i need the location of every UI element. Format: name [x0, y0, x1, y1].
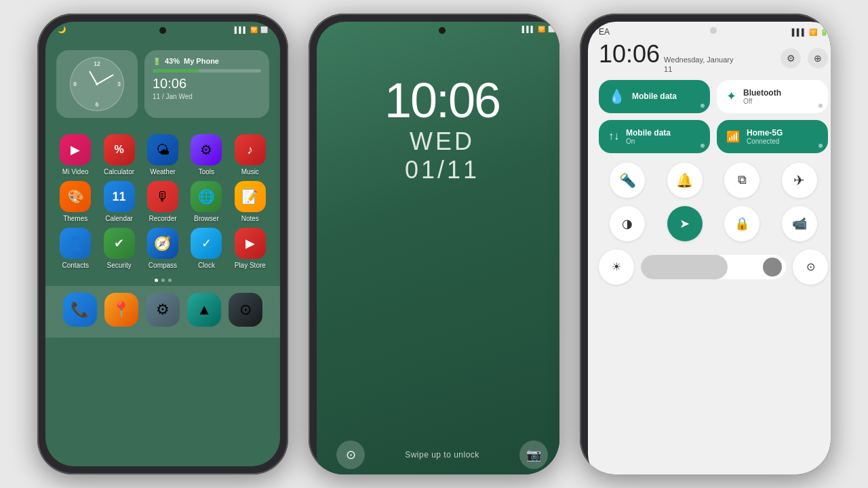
- cc-wifi-icon: 🛜: [809, 28, 817, 36]
- cc-buttons-row-1: 🔦 🔔 ⧉ ✈: [588, 153, 831, 202]
- cc-settings-icon-btn[interactable]: ⚙: [781, 48, 801, 68]
- cc-time-block: 10:06 Wednesday, January 11: [599, 42, 733, 75]
- bluetooth-tile[interactable]: ✦ Bluetooth Off: [717, 80, 828, 113]
- cc-status-icons: ▌▌▌ 🛜 🔋: [792, 28, 828, 36]
- cc-extra-row: ☀ ⊙: [588, 245, 831, 289]
- cc-time-row: 10:06 Wednesday, January 11 ⚙ ⊕: [588, 39, 831, 80]
- cc-date-detail: Wednesday, January 11: [664, 55, 733, 75]
- cc-tiles: 💧 Mobile data ✦ Bluetooth Off ↑↓: [588, 80, 831, 153]
- location-button[interactable]: ➤: [667, 206, 703, 241]
- torch-icon: ⊙: [346, 447, 356, 462]
- lock-day-line1: WED: [410, 127, 475, 156]
- mobile-data-tile-2[interactable]: ↑↓ Mobile data On: [599, 120, 710, 153]
- lock-rotate-button[interactable]: 🔒: [724, 206, 760, 241]
- lock-screen: ▌▌▌ 🛜 ⬜ 10:06 WED 01/11 ⊙ Swipe up to un…: [317, 22, 559, 474]
- cc-status-bar: EA ▌▌▌ 🛜 🔋: [588, 22, 831, 39]
- mobile-data-tile[interactable]: 💧 Mobile data: [599, 80, 710, 113]
- weather-icon: 🌤: [147, 134, 178, 165]
- app-browser[interactable]: 🌐 Browser: [187, 181, 225, 222]
- brightness-icon-btn[interactable]: ☀: [599, 249, 634, 285]
- front-camera: [159, 27, 166, 34]
- video-icon: 📹: [792, 216, 807, 231]
- dark-mode-button[interactable]: ◑: [610, 206, 645, 241]
- app-music[interactable]: ♪ Music: [231, 134, 269, 176]
- video-button[interactable]: 📹: [782, 206, 817, 241]
- app-notes[interactable]: 📝 Notes: [231, 181, 269, 222]
- tools-label: Tools: [199, 168, 214, 176]
- calendar-label: Calendar: [105, 215, 133, 222]
- app-contacts[interactable]: 👤 Contacts: [56, 228, 94, 269]
- browser-icon: 🌐: [191, 181, 222, 212]
- clock-3: 3: [117, 81, 121, 87]
- mobile-data-icon: 💧: [608, 88, 625, 104]
- clock-label: Clock: [198, 262, 215, 269]
- airplane-button[interactable]: ✈: [782, 163, 817, 198]
- control-center-screen: EA ▌▌▌ 🛜 🔋 10:06 Wednesday, January 11 ⚙: [588, 22, 831, 474]
- lock-rotate-icon: 🔒: [734, 216, 749, 231]
- screenshot-button[interactable]: ⧉: [724, 163, 760, 198]
- lock-time: 10:06: [384, 76, 500, 125]
- volume-icon: ⊙: [806, 260, 815, 273]
- notes-icon: 📝: [235, 181, 266, 212]
- wifi-sub: Connected: [747, 138, 783, 145]
- browser-label: Browser: [194, 215, 219, 222]
- flashlight-button[interactable]: 🔦: [610, 163, 645, 198]
- dock-camera[interactable]: ⊙: [229, 293, 262, 327]
- front-camera-3: [710, 27, 717, 34]
- app-play-store[interactable]: ▶ Play Store: [231, 228, 269, 269]
- mobile-data-title: Mobile data: [632, 92, 677, 101]
- cc-cast-icon-btn[interactable]: ⊕: [808, 48, 828, 68]
- mi-video-icon: ▶: [60, 134, 91, 165]
- dock-maps[interactable]: 📍: [104, 293, 138, 327]
- calculator-label: Calculator: [104, 168, 134, 176]
- drive-icon: ▲: [197, 301, 212, 319]
- themes-icon: 🎨: [60, 181, 91, 212]
- phone-label: 43%: [165, 57, 180, 65]
- app-security[interactable]: ✔ Security: [100, 228, 138, 269]
- notification-button[interactable]: 🔔: [667, 163, 703, 198]
- app-tools[interactable]: ⚙ Tools: [187, 134, 225, 176]
- camera-lock-button[interactable]: 📷: [519, 441, 548, 469]
- wifi-tile[interactable]: 📶 Home-5G Connected: [717, 120, 828, 153]
- battery-row: 🔋 43% My Phone: [153, 57, 261, 65]
- app-mi-video[interactable]: ▶ Mi Video: [56, 134, 94, 176]
- mi-video-label: Mi Video: [62, 168, 89, 176]
- cc-battery-icon: 🔋: [820, 28, 828, 36]
- analog-clock-face: 12 3 6 9: [70, 57, 124, 111]
- status-icons-2: ▌▌▌ 🛜 ⬜: [522, 26, 555, 33]
- widget-time: 10:06: [153, 77, 261, 90]
- torch-button[interactable]: ⊙: [336, 441, 365, 469]
- lock-bottom-bar: ⊙ Swipe up to unlock 📷: [317, 441, 559, 469]
- dock-phone[interactable]: 📞: [63, 293, 97, 327]
- compass-label: Compass: [149, 262, 177, 269]
- contacts-icon: 👤: [60, 228, 91, 259]
- dock-drive[interactable]: ▲: [187, 293, 221, 327]
- app-calendar[interactable]: 11 Calendar: [100, 181, 138, 222]
- app-recorder[interactable]: 🎙 Recorder: [144, 181, 182, 222]
- app-dock: 📞 📍 ⚙ ▲ ⊙: [45, 286, 280, 338]
- wifi-icon-1: 🛜: [250, 26, 258, 33]
- brightness-fill: [641, 255, 728, 279]
- dock-settings[interactable]: ⚙: [146, 293, 180, 327]
- carrier-label: EA: [599, 27, 610, 37]
- location-icon: ➤: [679, 216, 690, 231]
- brightness-slider[interactable]: [641, 255, 786, 279]
- play-store-icon: ▶: [235, 228, 266, 259]
- app-themes[interactable]: 🎨 Themes: [56, 181, 94, 222]
- sound-icon-btn[interactable]: ⊙: [793, 249, 828, 285]
- battery-small-icon: 🔋: [153, 58, 161, 65]
- app-calculator[interactable]: % Calculator: [100, 134, 138, 176]
- brightness-icon: ☀: [612, 260, 621, 273]
- app-weather[interactable]: 🌤 Weather: [144, 134, 182, 176]
- app-compass[interactable]: 🧭 Compass: [144, 228, 182, 269]
- battery-icon-2: ⬜: [548, 26, 555, 33]
- settings-icon: ⚙: [156, 301, 170, 319]
- music-label: Music: [241, 168, 259, 176]
- battery-icon-1: ⬜: [260, 26, 268, 33]
- app-clock[interactable]: ✓ Clock: [187, 228, 225, 269]
- phone-2: ▌▌▌ 🛜 ⬜ 10:06 WED 01/11 ⊙ Swipe up to un…: [309, 14, 559, 474]
- data-transfer-icon: ↑↓: [608, 130, 619, 142]
- wifi-title: Home-5G: [747, 128, 783, 138]
- clock-center: [96, 83, 98, 85]
- battery-fill: [153, 69, 199, 73]
